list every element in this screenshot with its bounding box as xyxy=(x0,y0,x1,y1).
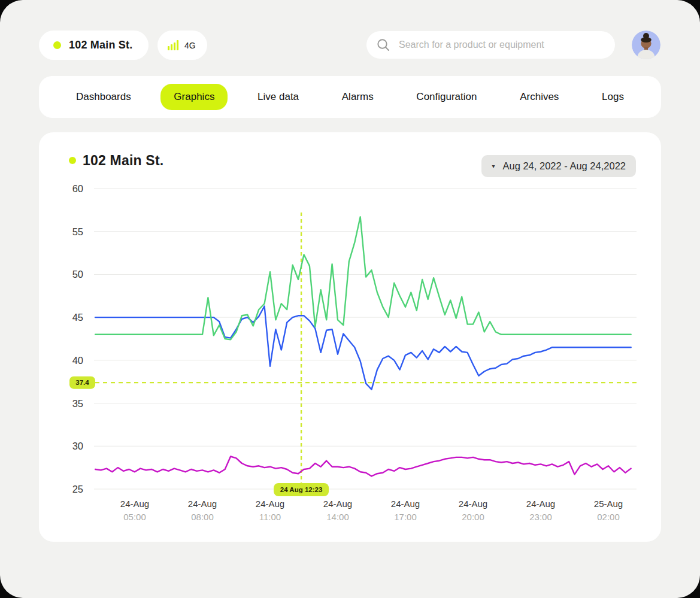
x-axis-date-label: 24-Aug xyxy=(120,499,149,509)
y-axis-label-50: 50 xyxy=(72,269,83,280)
tab-graphics[interactable]: Graphics xyxy=(160,84,228,110)
x-axis-time-label: 08:00 xyxy=(191,512,214,522)
x-axis-date-label: 24-Aug xyxy=(391,499,420,509)
avatar[interactable] xyxy=(632,31,660,59)
status-dot-icon xyxy=(53,41,61,49)
date-range-label: Aug 24, 2022 - Aug 24,2022 xyxy=(502,160,626,172)
app-surface: 102 Main St. 4G DashboardsGraphicsLive d… xyxy=(0,0,700,598)
status-dot-icon xyxy=(69,157,76,164)
date-range-selector[interactable]: ▾ Aug 24, 2022 - Aug 24,2022 xyxy=(481,155,636,177)
tab-logs[interactable]: Logs xyxy=(589,84,637,110)
x-axis-date-label: 24-Aug xyxy=(256,499,284,509)
tab-configuration[interactable]: Configuration xyxy=(403,84,490,110)
network-label: 4G xyxy=(184,41,196,50)
x-axis-date-label: 25-Aug xyxy=(594,499,623,509)
x-axis-time-label: 14:00 xyxy=(326,512,349,522)
search-bar[interactable] xyxy=(366,31,615,59)
x-axis-date-label: 24-Aug xyxy=(459,499,487,509)
panel-title: 102 Main St. xyxy=(69,150,163,171)
x-axis-date-label: 24-Aug xyxy=(323,499,352,509)
timestamp-label: 24 Aug 12:23 xyxy=(280,486,323,493)
series-blue-line xyxy=(95,306,631,390)
nav-tabs: DashboardsGraphicsLive dataAlarmsConfigu… xyxy=(39,76,661,118)
y-axis-label-25: 25 xyxy=(72,484,83,494)
x-axis-date-label: 24-Aug xyxy=(526,499,555,509)
location-label: 102 Main St. xyxy=(69,39,132,51)
signal-bars-icon xyxy=(168,40,179,50)
avatar-image xyxy=(632,31,660,59)
y-axis-label-60: 60 xyxy=(72,183,83,194)
panel-title-label: 102 Main St. xyxy=(83,153,163,169)
x-axis-time-label: 02:00 xyxy=(597,512,620,522)
chart-panel: 102 Main St. ▾ Aug 24, 2022 - Aug 24,202… xyxy=(39,132,661,542)
x-axis-time-label: 17:00 xyxy=(394,512,417,522)
y-axis-label-55: 55 xyxy=(72,226,83,237)
y-axis-label-45: 45 xyxy=(72,312,83,323)
location-pill[interactable]: 102 Main St. xyxy=(39,31,149,60)
y-axis-label-35: 35 xyxy=(72,398,83,409)
tab-alarms[interactable]: Alarms xyxy=(329,84,387,110)
x-axis-time-label: 23:00 xyxy=(529,512,552,522)
x-axis-date-label: 24-Aug xyxy=(188,499,217,509)
x-axis-time-label: 11:00 xyxy=(259,512,281,522)
search-input[interactable] xyxy=(398,39,605,51)
search-icon xyxy=(377,38,390,51)
y-axis-label-30: 30 xyxy=(72,441,83,451)
threshold-value-label: 37.4 xyxy=(75,379,89,386)
line-chart[interactable]: 605550454035302524-Aug05:0024-Aug08:0024… xyxy=(57,179,647,531)
tab-dashboards[interactable]: Dashboards xyxy=(63,84,144,110)
x-axis-time-label: 20:00 xyxy=(462,512,484,522)
x-axis-time-label: 05:00 xyxy=(123,512,146,522)
caret-down-icon: ▾ xyxy=(492,163,495,169)
series-magenta-line xyxy=(95,457,631,476)
tab-live-data[interactable]: Live data xyxy=(244,84,312,110)
network-pill: 4G xyxy=(157,31,207,60)
series-green-line xyxy=(95,217,631,339)
tab-archives[interactable]: Archives xyxy=(507,84,572,110)
y-axis-label-40: 40 xyxy=(72,355,83,366)
